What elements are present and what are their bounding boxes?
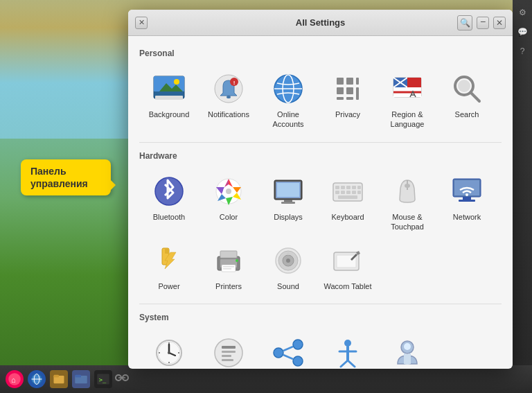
taskbar-browser-icon[interactable]	[28, 370, 46, 388]
hardware-grid: Bluetooth	[139, 168, 502, 297]
online-accounts-label: Online Accounts	[261, 110, 315, 130]
svg-rect-6	[227, 96, 231, 98]
wrench-icon[interactable]: ✕	[135, 17, 148, 29]
svg-point-80	[168, 351, 170, 354]
displays-label: Displays	[274, 212, 303, 222]
settings-item-background[interactable]: Background	[139, 65, 199, 135]
settings-item-online-accounts[interactable]: Online Accounts	[258, 65, 318, 135]
settings-item-mouse-touchpad[interactable]: Mouse & Touchpad	[378, 168, 437, 238]
date-time-icon	[151, 335, 187, 369]
taskbar-folder-icon[interactable]	[72, 370, 90, 388]
background-label: Background	[149, 110, 190, 119]
section-label-hardware: Hardware	[139, 151, 502, 161]
settings-item-privacy[interactable]: Privacy	[318, 65, 378, 135]
settings-item-color[interactable]: Color	[199, 168, 258, 238]
svg-rect-46	[357, 186, 361, 189]
sound-label: Sound	[277, 281, 299, 291]
question-panel-icon[interactable]: ?	[515, 44, 529, 58]
bluetooth-label: Bluetooth	[153, 212, 185, 222]
svg-line-98	[341, 360, 348, 367]
desktop: ⚙ 💬 ? Панель управления ✕ All Settings 🔍…	[0, 0, 532, 393]
taskbar-link-icon[interactable]	[115, 371, 129, 387]
svg-rect-58	[459, 200, 475, 202]
universal-access-icon	[330, 335, 366, 369]
settings-body: Personal Background	[128, 36, 513, 369]
chat-panel-icon[interactable]: 💬	[515, 25, 529, 39]
svg-point-59	[466, 193, 468, 196]
settings-panel-icon[interactable]: ⚙	[515, 6, 529, 19]
svg-rect-47	[335, 191, 339, 194]
svg-rect-3	[155, 96, 183, 100]
notifications-label: Notifications	[208, 110, 249, 119]
settings-item-users[interactable]: Users	[378, 329, 437, 369]
svg-rect-15	[337, 87, 344, 94]
privacy-label: Privacy	[335, 110, 360, 119]
titlebar: ✕ All Settings 🔍 − ✕	[128, 10, 513, 36]
taskbar-icons: ⌂ >_	[6, 370, 112, 388]
details-icon	[211, 335, 247, 369]
network-label: Network	[453, 212, 481, 222]
svg-rect-87	[222, 351, 236, 353]
section-label-personal: Personal	[139, 49, 502, 58]
background-icon	[151, 71, 187, 107]
svg-rect-66	[223, 266, 234, 268]
color-icon	[211, 173, 247, 209]
svg-line-30	[471, 93, 479, 101]
divider-personal-hardware	[139, 142, 502, 143]
svg-rect-19	[356, 87, 359, 100]
svg-rect-108	[54, 375, 60, 378]
svg-point-29	[458, 80, 470, 92]
svg-text:!: !	[233, 80, 236, 86]
svg-rect-110	[75, 375, 81, 378]
svg-rect-44	[346, 186, 351, 189]
titlebar-right-controls: 🔍 − ✕	[457, 15, 506, 30]
svg-rect-16	[346, 87, 353, 94]
svg-rect-48	[341, 191, 345, 194]
notifications-icon: !	[211, 71, 247, 107]
close-button[interactable]: ✕	[493, 17, 506, 29]
settings-item-power[interactable]: Power	[139, 237, 199, 297]
settings-item-displays[interactable]: Displays	[258, 168, 318, 238]
settings-item-sharing[interactable]: Sharing	[258, 329, 318, 369]
svg-rect-24	[407, 78, 421, 87]
settings-window: ✕ All Settings 🔍 − ✕ Personal	[128, 10, 513, 369]
taskbar-home-icon[interactable]: ⌂	[6, 370, 24, 388]
settings-item-sound[interactable]: Sound	[258, 237, 318, 297]
settings-item-printers[interactable]: Printers	[199, 237, 258, 297]
system-grid: Date & Time Details	[139, 329, 502, 369]
svg-point-91	[274, 348, 283, 358]
section-label-system: System	[139, 313, 502, 322]
power-label: Power	[158, 281, 179, 291]
minimize-button[interactable]: −	[477, 17, 489, 29]
settings-item-wacom-tablet[interactable]: Wacom Tablet	[318, 237, 378, 297]
taskbar-files-icon[interactable]	[50, 370, 68, 388]
svg-rect-43	[341, 186, 345, 189]
keyboard-label: Keyboard	[331, 212, 364, 222]
settings-item-network[interactable]: Network	[437, 168, 497, 238]
callout-box: Панель управления	[21, 159, 111, 195]
svg-rect-13	[346, 78, 353, 85]
bluetooth-icon	[151, 173, 187, 209]
svg-point-34	[226, 189, 231, 194]
settings-item-date-time[interactable]: Date & Time	[139, 329, 199, 369]
settings-item-search[interactable]: Search	[437, 65, 497, 135]
svg-point-4	[174, 79, 179, 85]
mouse-touchpad-label: Mouse & Touchpad	[380, 212, 434, 232]
svg-rect-37	[277, 183, 299, 197]
settings-item-details[interactable]: Details	[199, 329, 258, 369]
svg-rect-61	[165, 248, 169, 254]
online-accounts-icon	[270, 71, 306, 107]
svg-point-73	[287, 252, 290, 255]
svg-rect-52	[338, 195, 357, 199]
settings-item-universal-access[interactable]: Universal Access	[318, 329, 378, 369]
settings-item-bluetooth[interactable]: Bluetooth	[139, 168, 199, 238]
search-button[interactable]: 🔍	[457, 15, 472, 30]
svg-rect-18	[346, 97, 353, 100]
sharing-icon	[270, 335, 306, 369]
settings-item-notifications[interactable]: ! Notifications	[199, 65, 258, 135]
settings-item-keyboard[interactable]: Keyboard	[318, 168, 378, 238]
svg-rect-51	[357, 191, 361, 194]
taskbar-terminal-icon[interactable]: >_	[94, 370, 112, 388]
right-panel: ⚙ 💬 ?	[513, 0, 532, 365]
settings-item-region-language[interactable]: Region & Language	[378, 65, 437, 135]
